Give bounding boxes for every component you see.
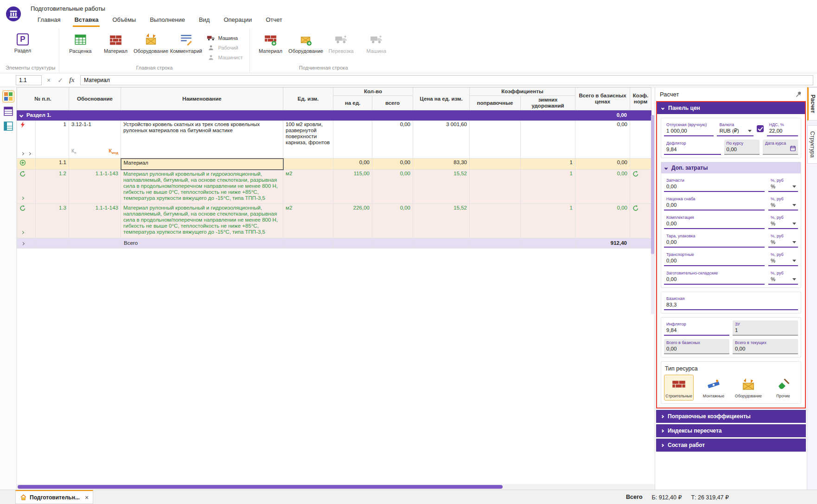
chevron-down-icon[interactable]: [19, 114, 23, 117]
zapchasti-unit-select[interactable]: %, руб %: [768, 177, 798, 192]
menu-item-obyomy[interactable]: Объёмы: [105, 14, 143, 27]
row-1-1-price[interactable]: 83,30: [413, 159, 470, 170]
total-base-field[interactable]: Всего в базисных 0,00: [664, 339, 729, 354]
nacenka-field[interactable]: Наценка снаба 0,00: [664, 195, 765, 211]
document-tab[interactable]: Подготовительн... ×: [15, 490, 93, 504]
menu-item-vid[interactable]: Вид: [192, 14, 217, 27]
data-kursa-field[interactable]: Дата курса: [763, 140, 798, 155]
row-1-2-total[interactable]: 0,00: [575, 170, 630, 204]
menu-item-otchet[interactable]: Отчет: [259, 14, 289, 27]
transportnye-unit-select[interactable]: %, руб %: [768, 251, 798, 266]
oborudovanie-button[interactable]: Оборудование: [134, 30, 168, 61]
add-circle-icon[interactable]: [19, 159, 26, 166]
expander-icon[interactable]: [21, 231, 24, 234]
expander-icon[interactable]: [28, 152, 31, 155]
expander-icon[interactable]: [21, 197, 24, 200]
resource-stroitelnye-button[interactable]: Строительные: [664, 375, 694, 401]
section-row[interactable]: Раздел 1. 0,00: [17, 110, 651, 121]
otpusknaya-field[interactable]: Отпускная (вручную) 1 000,00: [664, 121, 714, 136]
section-row-label-cell[interactable]: Раздел 1.: [17, 110, 575, 121]
section-sostav-rabot[interactable]: Состав работ: [656, 439, 806, 452]
side-tab-raschet[interactable]: Расчет: [807, 87, 817, 121]
row-1-unit-cell[interactable]: 100 м2 кровли, развернутой поверхности к…: [283, 121, 333, 159]
rabochiy-button[interactable]: Рабочий: [207, 44, 243, 51]
expander-icon[interactable]: [21, 152, 24, 155]
nacenka-unit-select[interactable]: %, руб %: [768, 195, 798, 211]
row-1-2-num[interactable]: 1.2: [36, 170, 69, 204]
estimate-row-1-2[interactable]: 1.2 1.1-1-143 Материал рулонный кровельн…: [17, 170, 651, 204]
zu-field[interactable]: ЗУ 1: [733, 320, 798, 336]
row-1-2-coef-winter[interactable]: 1: [521, 170, 575, 204]
sub-mashina-button[interactable]: Машина: [359, 30, 394, 61]
razdel-button[interactable]: P Раздел: [6, 30, 40, 61]
selected-cell[interactable]: Материал: [121, 159, 283, 170]
expander-icon[interactable]: [21, 242, 25, 245]
menu-item-operacii[interactable]: Операции: [217, 14, 259, 27]
menu-item-vstavka[interactable]: Вставка: [67, 14, 105, 27]
row-1-3-name[interactable]: Материал рулонный кровельный и гидроизол…: [121, 204, 283, 238]
row-1-1-qty-unit[interactable]: 0,00: [333, 159, 372, 170]
section-indeksy[interactable]: Индексы пересчета: [656, 424, 806, 437]
bazisnaya-field[interactable]: Базисная 83,3: [664, 295, 798, 310]
estimate-row-1-1[interactable]: 1.1 Материал 0,00 0,00 83,30 1 0,00: [17, 159, 651, 170]
pin-icon[interactable]: [795, 91, 802, 98]
row-1-qty-total[interactable]: 0,00: [372, 121, 413, 159]
nds-checkbox[interactable]: [757, 125, 764, 132]
komplektacia-unit-select[interactable]: %, руб %: [768, 214, 798, 229]
cell-reference-input[interactable]: [16, 75, 42, 85]
row-1-num-cell[interactable]: 1: [36, 121, 69, 159]
zapchasti-field[interactable]: Запчасти 0,00: [664, 177, 765, 192]
row-1-2-qty-unit[interactable]: 115,00: [333, 170, 372, 204]
view-calc-button[interactable]: [2, 105, 14, 117]
cancel-icon[interactable]: ×: [44, 77, 53, 84]
rascenka-button[interactable]: Расценка: [63, 30, 97, 61]
row-1-2-price[interactable]: 15,52: [413, 170, 470, 204]
row-1-3-price[interactable]: 15,52: [413, 204, 470, 238]
row-1-1-coef-winter[interactable]: 1: [521, 159, 575, 170]
mashina-button[interactable]: Машина: [207, 34, 243, 42]
function-icon[interactable]: fx: [67, 77, 77, 84]
mashinist-button[interactable]: Машинист: [207, 53, 243, 61]
row-1-1-total[interactable]: 0,00: [575, 159, 630, 170]
row-1-2-qty-total[interactable]: 0,00: [372, 170, 413, 204]
side-tab-struktura[interactable]: Структура: [807, 125, 817, 164]
horizontal-scrollbar[interactable]: [17, 484, 655, 490]
row-1-2-unit[interactable]: м2: [283, 170, 333, 204]
confirm-icon[interactable]: ✓: [56, 77, 65, 84]
row-1-2-name[interactable]: Материал рулонный кровельный и гидроизол…: [121, 170, 283, 204]
row-1-price[interactable]: 3 001,60: [413, 121, 470, 159]
row-1-1-num[interactable]: 1.1: [36, 159, 69, 170]
sub-oborudovanie-button[interactable]: Оборудование: [289, 30, 323, 61]
calendar-icon[interactable]: [790, 145, 796, 152]
nds-field[interactable]: НДС, % 22,00: [767, 121, 798, 136]
vertical-scrollbar-thumb[interactable]: [651, 115, 654, 254]
formula-input[interactable]: [80, 75, 813, 85]
transportnye-field[interactable]: Транспортные 0,00: [664, 251, 765, 266]
estimate-row-1-3[interactable]: 1.3 1.1-1-143 Материал рулонный кровельн…: [17, 204, 651, 238]
menu-item-glavnaya[interactable]: Главная: [31, 14, 67, 27]
row-1-3-num[interactable]: 1.3: [36, 204, 69, 238]
perevozka-button[interactable]: Перевозка: [324, 30, 358, 61]
row-1-just-cell[interactable]: 3.12-1-1 Кп Кинд: [69, 121, 121, 159]
tara-unit-select[interactable]: %, руб %: [768, 232, 798, 248]
row-1-3-qty-total[interactable]: 0,00: [372, 204, 413, 238]
sub-material-button[interactable]: Материал: [254, 30, 288, 61]
price-panel-header[interactable]: Панель цен: [657, 102, 805, 114]
estimate-row-1[interactable]: 1 3.12-1-1 Кп Кинд: [17, 121, 651, 159]
section-row-total[interactable]: 0,00: [575, 110, 630, 121]
view-estimate-button[interactable]: [2, 90, 14, 102]
close-icon[interactable]: ×: [85, 494, 89, 501]
row-1-total[interactable]: 0,00: [575, 121, 630, 159]
row-1-1-qty-total[interactable]: 0,00: [372, 159, 413, 170]
zagotovitelno-unit-select[interactable]: %, руб %: [768, 269, 798, 285]
section-popravochnye[interactable]: Поправочные коэффициенты: [656, 410, 806, 423]
vertical-scrollbar[interactable]: [651, 115, 654, 314]
horizontal-scrollbar-thumb[interactable]: [18, 485, 503, 489]
menu-item-vypolnenie[interactable]: Выполнение: [143, 14, 192, 27]
zagotovitelno-field[interactable]: Заготовительно-складские 0,00: [664, 269, 765, 285]
inflator-field[interactable]: Инфлятор 9,84: [664, 320, 729, 336]
material-button[interactable]: Материал: [98, 30, 133, 61]
komplektacia-field[interactable]: Комплектация 0,00: [664, 214, 765, 229]
row-1-3-qty-unit[interactable]: 226,00: [333, 204, 372, 238]
resource-prochie-button[interactable]: Прочие: [768, 375, 798, 401]
